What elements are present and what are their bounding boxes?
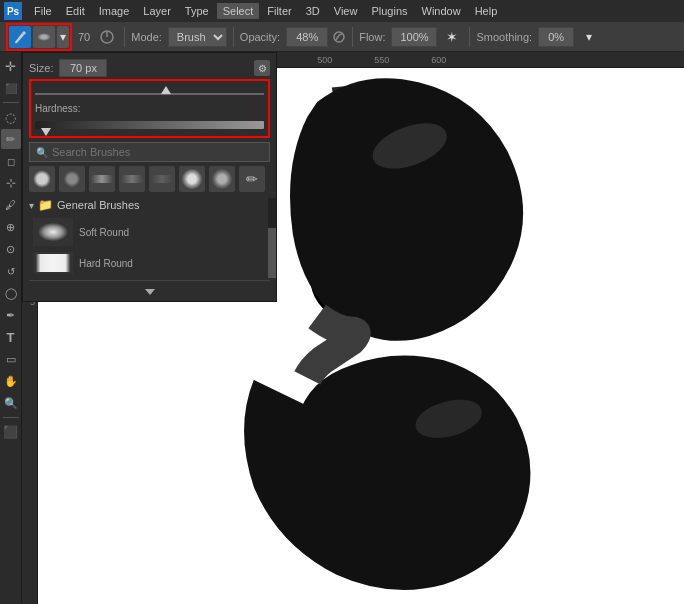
brush-popup-bottom bbox=[29, 280, 270, 295]
menu-type[interactable]: Type bbox=[179, 3, 215, 19]
hand-tool[interactable]: ✋ bbox=[1, 371, 21, 391]
separator-2 bbox=[233, 27, 234, 47]
history-brush[interactable]: ↺ bbox=[1, 261, 21, 281]
preset-6[interactable] bbox=[179, 166, 205, 192]
main-area: ✛ ⬛ ◌ ✏ ◻ ⊹ 🖋 ⊕ ⊙ ↺ ◯ ✒ T ▭ ✋ 🔍 ⬛ Size: … bbox=[0, 52, 684, 604]
menu-file[interactable]: File bbox=[28, 3, 58, 19]
ruler-550: 550 bbox=[374, 55, 389, 65]
preset-7[interactable] bbox=[209, 166, 235, 192]
menu-image[interactable]: Image bbox=[93, 3, 136, 19]
dodge-tool[interactable]: ◯ bbox=[1, 283, 21, 303]
size-slider-container[interactable] bbox=[35, 85, 264, 103]
healing-tool[interactable]: ⊕ bbox=[1, 217, 21, 237]
tools-separator-2 bbox=[3, 417, 19, 418]
menu-plugins[interactable]: Plugins bbox=[365, 3, 413, 19]
brush-preset-picker[interactable] bbox=[33, 26, 55, 48]
separator-4 bbox=[469, 27, 470, 47]
hardness-slider-thumb[interactable] bbox=[41, 128, 51, 136]
size-input[interactable] bbox=[59, 59, 107, 77]
foreground-color[interactable]: ⬛ bbox=[1, 422, 21, 442]
mode-select[interactable]: Brush bbox=[168, 27, 227, 47]
zoom-tool[interactable]: 🔍 bbox=[1, 393, 21, 413]
ps-logo: Ps bbox=[4, 2, 22, 20]
brush-angle-icon bbox=[96, 26, 118, 48]
tools-separator bbox=[3, 102, 19, 103]
shape-tool[interactable]: ▭ bbox=[1, 349, 21, 369]
scrollbar-thumb[interactable] bbox=[268, 228, 276, 278]
preset-1[interactable] bbox=[29, 166, 55, 192]
soft-round-label: Soft Round bbox=[79, 227, 129, 238]
separator-1 bbox=[124, 27, 125, 47]
menu-layer[interactable]: Layer bbox=[137, 3, 177, 19]
menu-select[interactable]: Select bbox=[217, 3, 260, 19]
tools-panel: ✛ ⬛ ◌ ✏ ◻ ⊹ 🖋 ⊕ ⊙ ↺ ◯ ✒ T ▭ ✋ 🔍 ⬛ bbox=[0, 52, 22, 604]
size-slider-thumb[interactable] bbox=[161, 86, 171, 94]
brush-list-scrollbar[interactable] bbox=[268, 198, 276, 276]
preset-2[interactable] bbox=[59, 166, 85, 192]
brush-size-display: 70 bbox=[76, 31, 92, 43]
folder-name: General Brushes bbox=[57, 199, 140, 211]
options-bar: ▾ 70 Mode: Brush Opacity: Flow: ✶ Smooth… bbox=[0, 22, 684, 52]
brush-presets-row: ✏ bbox=[29, 166, 270, 192]
opacity-input[interactable] bbox=[286, 27, 328, 47]
search-brushes-input[interactable] bbox=[52, 146, 263, 158]
menu-3d[interactable]: 3D bbox=[300, 3, 326, 19]
preset-4[interactable] bbox=[119, 166, 145, 192]
menu-filter[interactable]: Filter bbox=[261, 3, 297, 19]
lasso-tool[interactable]: ◌ bbox=[1, 107, 21, 127]
menu-edit[interactable]: Edit bbox=[60, 3, 91, 19]
eraser-tool[interactable]: ◻ bbox=[1, 151, 21, 171]
hardness-label: Hardness: bbox=[35, 103, 81, 114]
hard-round-brush[interactable]: Hard Round bbox=[29, 250, 270, 276]
crop-tool[interactable]: ⊹ bbox=[1, 173, 21, 193]
artboard-tool[interactable]: ⬛ bbox=[1, 78, 21, 98]
soft-round-brush[interactable]: Soft Round bbox=[29, 216, 270, 248]
airbrush-icon[interactable]: ✶ bbox=[441, 26, 463, 48]
hard-round-label: Hard Round bbox=[79, 258, 133, 269]
size-label: Size: bbox=[29, 62, 53, 74]
search-brushes-row: 🔍 bbox=[29, 142, 270, 162]
size-slider-track bbox=[35, 93, 264, 95]
clone-tool[interactable]: ⊙ bbox=[1, 239, 21, 259]
preset-8[interactable]: ✏ bbox=[239, 166, 265, 192]
menu-window[interactable]: Window bbox=[416, 3, 467, 19]
mode-label: Mode: bbox=[131, 31, 162, 43]
brush-tool[interactable]: ✏ bbox=[1, 129, 21, 149]
menu-view[interactable]: View bbox=[328, 3, 364, 19]
flow-input[interactable] bbox=[391, 27, 437, 47]
menu-help[interactable]: Help bbox=[469, 3, 504, 19]
preset-3[interactable] bbox=[89, 166, 115, 192]
smoothing-label: Smoothing: bbox=[476, 31, 532, 43]
opacity-icon[interactable] bbox=[332, 26, 346, 48]
opacity-label: Opacity: bbox=[240, 31, 280, 43]
search-icon: 🔍 bbox=[36, 147, 48, 158]
preset-5[interactable] bbox=[149, 166, 175, 192]
text-tool[interactable]: T bbox=[1, 327, 21, 347]
menu-bar: Ps File Edit Image Layer Type Select Fil… bbox=[0, 0, 684, 22]
brush-size-row: Size: ⚙ bbox=[29, 59, 270, 77]
general-brushes-header[interactable]: ▾ 📁 General Brushes bbox=[29, 198, 270, 212]
svg-point-2 bbox=[334, 32, 344, 42]
flow-label: Flow: bbox=[359, 31, 385, 43]
bottom-arrow bbox=[145, 289, 155, 295]
brush-settings-button[interactable]: ⚙ bbox=[254, 60, 270, 76]
brush-popup: Size: ⚙ Hardness: 🔍 bbox=[22, 52, 277, 302]
eyedropper-tool[interactable]: 🖋 bbox=[1, 195, 21, 215]
brush-dropdown[interactable]: ▾ bbox=[57, 26, 69, 48]
brush-tool-button[interactable] bbox=[9, 26, 31, 48]
ruler-600: 600 bbox=[431, 55, 446, 65]
folder-chevron: ▾ bbox=[29, 200, 34, 211]
move-tool[interactable]: ✛ bbox=[1, 56, 21, 76]
ruler-500: 500 bbox=[317, 55, 332, 65]
size-slider-area: Hardness: bbox=[29, 79, 270, 138]
separator-3 bbox=[352, 27, 353, 47]
hardness-track bbox=[35, 121, 264, 129]
folder-icon: 📁 bbox=[38, 198, 53, 212]
hardness-slider-container[interactable] bbox=[35, 116, 264, 134]
smoothing-options[interactable]: ▾ bbox=[578, 26, 600, 48]
smoothing-input[interactable] bbox=[538, 27, 574, 47]
pen-tool[interactable]: ✒ bbox=[1, 305, 21, 325]
hardness-label-row: Hardness: bbox=[35, 103, 264, 114]
